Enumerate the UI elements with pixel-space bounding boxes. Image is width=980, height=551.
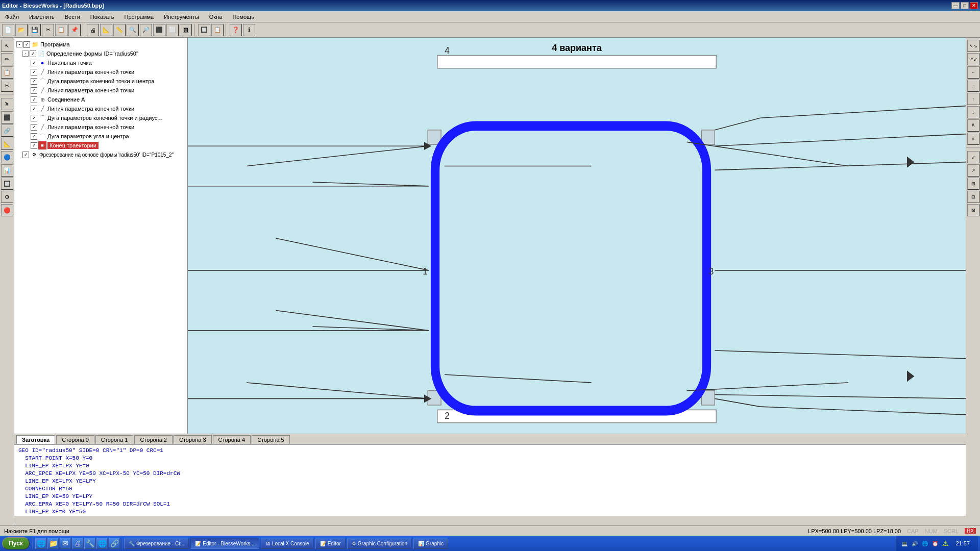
- close-button[interactable]: ✕: [970, 2, 978, 9]
- tree-item-8[interactable]: ⌒ Дуга параметров угла и центра: [31, 132, 187, 141]
- taskbar-app-1[interactable]: 📝 Editor - BiesseWorks...: [190, 538, 259, 549]
- left-tb-btn-12[interactable]: ⚙: [1, 191, 13, 203]
- taskbar-app-3[interactable]: 📝 Editor: [315, 538, 346, 549]
- left-tb-btn-11[interactable]: 🔲: [1, 178, 13, 190]
- tree-item-1[interactable]: ╱ Линия параметра конечной точки: [31, 67, 187, 77]
- menu-insert[interactable]: Вести: [62, 13, 83, 21]
- minimize-button[interactable]: —: [951, 2, 960, 9]
- zoom-in-button[interactable]: 🔍: [127, 24, 139, 36]
- left-tb-btn-5[interactable]: 🖱: [1, 98, 13, 110]
- print-button[interactable]: 🖨: [87, 24, 99, 36]
- tree-checkbox-5[interactable]: [31, 106, 37, 112]
- tab-side5[interactable]: Сторона 5: [252, 435, 290, 444]
- copy-button[interactable]: 📋: [55, 24, 67, 36]
- new-button[interactable]: 📄: [2, 24, 14, 36]
- taskbar-app-0[interactable]: 🔧 Фрезерование - Cr...: [124, 538, 189, 549]
- right-tb-btn-9[interactable]: ↙: [967, 151, 979, 163]
- tree-item-0[interactable]: ● Начальная точка: [31, 58, 187, 67]
- right-tb-btn-5[interactable]: ↑: [967, 93, 979, 105]
- menu-help[interactable]: Помощь: [229, 13, 257, 21]
- left-tb-btn-2[interactable]: ✏: [1, 53, 13, 65]
- taskbar-icon-2[interactable]: 📁: [47, 538, 59, 549]
- help-button[interactable]: ❓: [230, 24, 242, 36]
- menu-view[interactable]: Показать: [87, 13, 117, 21]
- systray-icon-5[interactable]: ⚠: [941, 539, 949, 547]
- tree-checkbox-root[interactable]: [23, 41, 30, 48]
- tree-item-5[interactable]: ╱ Линия параметра конечной точки: [31, 104, 187, 113]
- tree-item-7[interactable]: ╱ Линия параметра конечной точки: [31, 122, 187, 132]
- tree-expand-form[interactable]: -: [22, 51, 29, 57]
- tb-btn-10[interactable]: 🔲: [198, 24, 210, 36]
- right-tb-btn-3[interactable]: ←: [967, 66, 979, 79]
- right-tb-btn-13[interactable]: ⊠: [967, 204, 979, 216]
- left-tb-btn-6[interactable]: ⬛: [1, 111, 13, 123]
- right-tb-btn-11[interactable]: ⊞: [967, 178, 979, 190]
- menu-file[interactable]: Файл: [2, 13, 22, 21]
- tree-checkbox-milling[interactable]: [22, 152, 29, 158]
- right-tb-btn-7[interactable]: /\: [967, 119, 979, 132]
- tree-item-form[interactable]: - 📄 Определение формы ID="radius50": [22, 49, 187, 58]
- tree-root-program[interactable]: - 📁 Программа: [14, 40, 187, 49]
- open-button[interactable]: 📂: [15, 24, 28, 36]
- tree-item-milling[interactable]: ⚙ Фрезерование на основе формы 'radius50…: [22, 150, 187, 159]
- taskbar-icon-3[interactable]: ✉: [60, 538, 71, 549]
- tree-checkbox-2[interactable]: [31, 78, 37, 85]
- taskbar-icon-7[interactable]: 🔗: [109, 538, 120, 549]
- menu-windows[interactable]: Окна: [206, 13, 226, 21]
- taskbar-icon-4[interactable]: 🖨: [72, 538, 83, 549]
- cut-button[interactable]: ✂: [42, 24, 54, 36]
- right-tb-btn-10[interactable]: ↗: [967, 164, 979, 177]
- left-tb-btn-1[interactable]: ↖: [1, 40, 13, 52]
- menu-program[interactable]: Программа: [121, 13, 157, 21]
- zoom-out-button[interactable]: 🔎: [140, 24, 152, 36]
- tab-side2[interactable]: Сторона 2: [134, 435, 173, 444]
- taskbar-app-2[interactable]: 🖥 Local X Console: [261, 538, 314, 549]
- tab-zaготовка[interactable]: Заготовка: [16, 435, 55, 444]
- taskbar-icon-6[interactable]: 🌐: [96, 538, 108, 549]
- tree-item-4[interactable]: ⊕ Соединение А: [31, 95, 187, 104]
- start-button[interactable]: Пуск: [2, 537, 30, 549]
- systray-icon-2[interactable]: 🔊: [911, 539, 919, 547]
- tab-side4[interactable]: Сторона 4: [213, 435, 251, 444]
- left-tb-btn-10[interactable]: 📊: [1, 164, 13, 177]
- tree-checkbox-3[interactable]: [31, 87, 37, 94]
- tb-btn-5[interactable]: 📐: [100, 24, 112, 36]
- taskbar-icon-5[interactable]: 🔧: [84, 538, 95, 549]
- canvas-area[interactable]: 4 варианта: [188, 38, 966, 439]
- right-tb-btn-6[interactable]: ↓: [967, 106, 979, 118]
- tab-side0[interactable]: Сторона 0: [56, 435, 94, 444]
- systray-icon-1[interactable]: 💻: [900, 539, 909, 547]
- left-tb-btn-4[interactable]: ✂: [1, 80, 13, 92]
- code-area[interactable]: GEO ID="radius50" SIDE=0 CRN="1" DP=0 CR…: [14, 444, 966, 516]
- tree-checkbox-6[interactable]: [31, 115, 37, 121]
- tree-checkbox-form[interactable]: [30, 51, 36, 57]
- tree-checkbox-4[interactable]: [31, 96, 37, 103]
- tb-btn-7[interactable]: ⬛: [153, 24, 165, 36]
- tree-expand-root[interactable]: -: [16, 41, 22, 47]
- tb-btn-9[interactable]: 🖼: [180, 24, 192, 36]
- systray-icon-4[interactable]: ⏰: [931, 539, 939, 547]
- info-button[interactable]: ℹ: [243, 24, 255, 36]
- right-tb-btn-2[interactable]: ↗↙: [967, 53, 979, 65]
- left-tb-btn-13[interactable]: 🔴: [1, 204, 13, 216]
- left-tb-btn-3[interactable]: 📋: [1, 66, 13, 79]
- taskbar-app-5[interactable]: 📊 Graphic: [413, 538, 448, 549]
- systray-icon-3[interactable]: 🌐: [921, 539, 929, 547]
- tree-item-2[interactable]: ⌒ Дуга параметра конечной точки и центра: [31, 77, 187, 86]
- tb-btn-8[interactable]: ⬜: [166, 24, 179, 36]
- left-tb-btn-8[interactable]: 📐: [1, 138, 13, 150]
- menu-tools[interactable]: Инструменты: [161, 13, 202, 21]
- save-button[interactable]: 💾: [29, 24, 41, 36]
- tree-item-6[interactable]: ⌒ Дуга параметров конечной точки и радиу…: [31, 113, 187, 122]
- tab-side1[interactable]: Сторона 1: [95, 435, 134, 444]
- right-tb-btn-4[interactable]: →: [967, 80, 979, 92]
- tb-btn-6[interactable]: 📏: [113, 24, 126, 36]
- tb-btn-11[interactable]: 📋: [211, 24, 224, 36]
- right-tb-btn-8[interactable]: ×: [967, 133, 979, 145]
- tree-checkbox-end[interactable]: [31, 142, 37, 149]
- tree-checkbox-8[interactable]: [31, 133, 37, 140]
- taskbar-icon-1[interactable]: 🌐: [35, 538, 46, 549]
- maximize-button[interactable]: □: [961, 2, 969, 9]
- tab-side3[interactable]: Сторона 3: [174, 435, 212, 444]
- menu-edit[interactable]: Изменить: [26, 13, 58, 21]
